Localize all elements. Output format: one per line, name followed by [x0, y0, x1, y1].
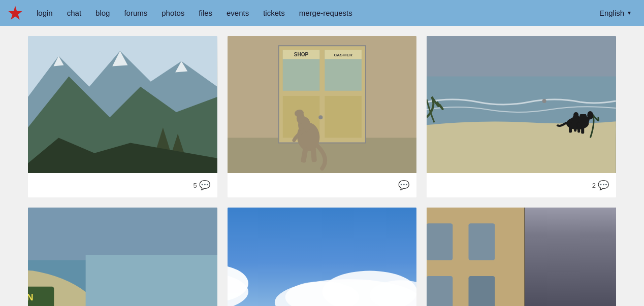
nav-login[interactable]: login [29, 0, 60, 26]
language-selector[interactable]: English ▼ [594, 9, 637, 17]
photo-thumbnail-6 [427, 208, 616, 306]
svg-rect-78 [525, 208, 530, 306]
comment-icon-1[interactable]: 💬 [199, 180, 210, 191]
svg-rect-22 [325, 96, 362, 138]
photo-thumbnail-2: SHOP CASHIER [228, 36, 417, 173]
svg-rect-66 [469, 223, 495, 260]
photo-thumbnail-3 [427, 36, 616, 173]
svg-point-23 [318, 115, 323, 119]
svg-marker-0 [8, 6, 22, 19]
svg-rect-35 [574, 122, 576, 131]
photo-card-3[interactable]: 2 💬 [427, 36, 616, 197]
photo-card-footer-1: 5 💬 [28, 173, 217, 197]
photo-card-2[interactable]: SHOP CASHIER [228, 36, 417, 197]
svg-rect-34 [581, 122, 584, 133]
nav-files[interactable]: files [191, 0, 219, 26]
svg-rect-75 [569, 229, 590, 260]
svg-rect-71 [527, 208, 616, 306]
photo-image-1[interactable] [28, 36, 217, 173]
nav-tickets[interactable]: tickets [256, 0, 292, 26]
nav-forums[interactable]: forums [117, 0, 154, 26]
chevron-down-icon: ▼ [627, 10, 632, 16]
language-label: English [599, 9, 624, 17]
svg-text:SHOP: SHOP [294, 52, 308, 57]
svg-point-40 [573, 112, 578, 117]
svg-rect-76 [537, 276, 559, 305]
svg-text:CASHIER: CASHIER [334, 53, 352, 57]
svg-rect-49 [86, 255, 217, 306]
navbar: login chat blog forums photos files even… [0, 0, 644, 26]
photo-thumbnail-1 [28, 36, 217, 173]
comment-icon-2[interactable]: 💬 [398, 180, 409, 191]
photo-image-3[interactable] [427, 36, 616, 173]
svg-rect-77 [569, 276, 590, 305]
photo-gallery: 5 💬 SHOP [0, 26, 644, 306]
photo-card-4[interactable]: CAUTION - E... [28, 208, 217, 306]
comment-icon-3[interactable]: 💬 [598, 180, 609, 191]
photo-image-6[interactable] [427, 208, 616, 306]
photo-card-footer-2: 💬 [228, 173, 417, 197]
nav-photos[interactable]: photos [154, 0, 191, 26]
svg-point-41 [542, 99, 546, 103]
photo-image-4[interactable]: CAUTION - E... [28, 208, 217, 306]
nav-merge-requests[interactable]: merge-requests [292, 0, 360, 26]
svg-rect-65 [427, 223, 453, 260]
svg-rect-33 [569, 122, 572, 132]
photo-card-footer-3: 2 💬 [427, 173, 616, 197]
comment-count-3: 2 [592, 182, 596, 189]
nav-chat[interactable]: chat [60, 0, 88, 26]
photo-card-1[interactable]: 5 💬 [28, 36, 217, 197]
svg-rect-69 [427, 276, 453, 306]
nav-blog[interactable]: blog [88, 0, 117, 26]
nav-links: login chat blog forums photos files even… [29, 0, 594, 26]
photo-thumbnail-4: CAUTION - E... [28, 208, 217, 306]
photo-thumbnail-5 [228, 208, 417, 306]
comment-count-1: 5 [193, 182, 197, 189]
photo-card-6[interactable] [427, 208, 616, 306]
photo-image-2[interactable]: SHOP CASHIER [228, 36, 417, 173]
svg-rect-74 [537, 229, 559, 260]
photo-image-5[interactable] [228, 208, 417, 306]
photo-card-5[interactable] [228, 208, 417, 306]
svg-text:CAUTION: CAUTION [28, 292, 34, 302]
nav-events[interactable]: events [219, 0, 256, 26]
svg-rect-36 [577, 122, 580, 132]
svg-rect-70 [469, 276, 495, 306]
logo-icon[interactable] [7, 5, 23, 21]
